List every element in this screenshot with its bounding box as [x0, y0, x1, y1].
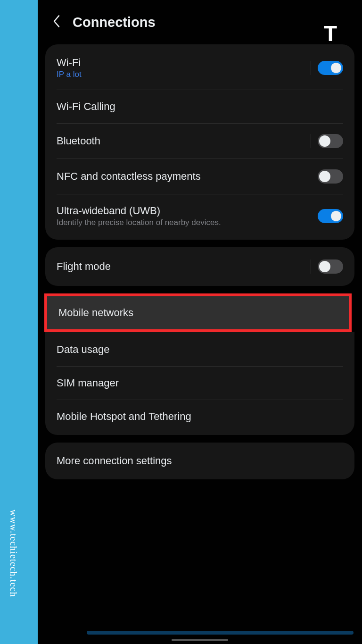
- wifi-ssid: IP a lot: [57, 70, 82, 79]
- row-wifi[interactable]: Wi-Fi IP a lot: [57, 46, 343, 90]
- flight-mode-label: Flight mode: [57, 260, 111, 273]
- row-hotspot[interactable]: Mobile Hotspot and Tethering: [57, 400, 343, 433]
- settings-group-connectivity: Wi-Fi IP a lot Wi-Fi Calling Bluetooth N…: [45, 44, 354, 240]
- bottom-scroll-indicator: [87, 631, 354, 635]
- row-mobile-networks[interactable]: Mobile networks: [44, 293, 352, 332]
- flight-mode-toggle[interactable]: [318, 259, 343, 274]
- row-bluetooth[interactable]: Bluetooth: [57, 124, 343, 159]
- divider: [311, 134, 311, 148]
- header-bar: Connections: [45, 14, 354, 44]
- settings-screen: Connections Wi-Fi IP a lot Wi-Fi Calling…: [38, 0, 362, 644]
- nav-handle[interactable]: [172, 639, 228, 641]
- nfc-label: NFC and contactless payments: [57, 170, 201, 183]
- back-icon[interactable]: [52, 14, 61, 30]
- sim-manager-label: SIM manager: [57, 377, 119, 389]
- page-title: Connections: [73, 15, 156, 30]
- row-sim-manager[interactable]: SIM manager: [57, 367, 343, 400]
- row-flight-mode[interactable]: Flight mode: [57, 249, 343, 284]
- uwb-desc: Identify the precise location of nearby …: [57, 218, 221, 227]
- mobile-networks-label: Mobile networks: [58, 307, 133, 318]
- wifi-calling-label: Wi-Fi Calling: [57, 100, 115, 113]
- row-wifi-calling[interactable]: Wi-Fi Calling: [57, 90, 343, 124]
- bluetooth-toggle[interactable]: [318, 134, 343, 148]
- uwb-label: Ultra-wideband (UWB): [57, 205, 221, 217]
- wifi-toggle[interactable]: [318, 61, 343, 75]
- uwb-toggle[interactable]: [318, 209, 343, 223]
- watermark-text: www.techietech.tech: [8, 510, 19, 597]
- hotspot-label: Mobile Hotspot and Tethering: [57, 410, 191, 423]
- background-left-stripe: [0, 0, 38, 644]
- settings-group-more: More connection settings: [45, 443, 354, 479]
- row-more-settings[interactable]: More connection settings: [57, 444, 343, 477]
- data-usage-label: Data usage: [57, 343, 110, 356]
- settings-group-network: Data usage SIM manager Mobile Hotspot an…: [45, 332, 354, 435]
- row-data-usage[interactable]: Data usage: [57, 332, 343, 367]
- row-uwb[interactable]: Ultra-wideband (UWB) Identify the precis…: [57, 194, 343, 238]
- more-settings-label: More connection settings: [57, 455, 172, 467]
- divider: [311, 259, 311, 274]
- wifi-label: Wi-Fi: [57, 57, 82, 69]
- settings-group-flight: Flight mode: [45, 247, 354, 286]
- bluetooth-label: Bluetooth: [57, 135, 100, 147]
- row-nfc[interactable]: NFC and contactless payments: [57, 159, 343, 194]
- logo-letter: T: [324, 21, 337, 46]
- divider: [311, 61, 311, 75]
- nfc-toggle[interactable]: [318, 169, 343, 184]
